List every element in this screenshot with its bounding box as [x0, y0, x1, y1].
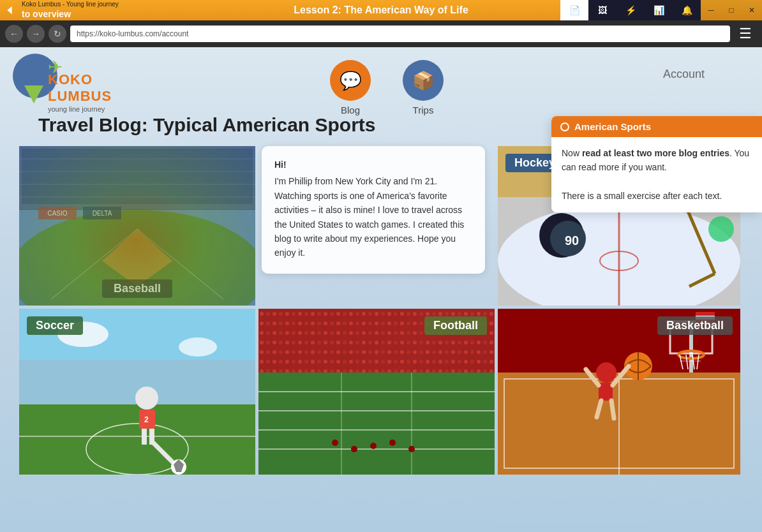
titlebar-text: Koko Lumbus - Young line journey to over… — [19, 0, 119, 20]
page-icon-btn[interactable]: 📄 — [560, 0, 588, 20]
blog-icon: 💬 — [330, 60, 371, 101]
account-text: Account — [663, 68, 705, 80]
svg-line-75 — [611, 401, 614, 418]
titlebar-line1: Koko Lumbus - Young line journey — [22, 0, 119, 8]
account-area[interactable]: Account — [663, 66, 705, 81]
logo: ✈ KOKO LUMBUS young line journey — [13, 54, 102, 105]
svg-text:90: 90 — [565, 233, 579, 248]
site-nav: 💬 Blog 📦 Trips — [330, 60, 444, 115]
intro-card: Hi! I'm Phillip from New York City and I… — [262, 146, 485, 274]
intro-text: I'm Phillip from New York City and I'm 2… — [274, 174, 472, 260]
svg-rect-14 — [83, 207, 121, 219]
svg-point-45 — [179, 337, 217, 357]
soccer-label: Soccer — [27, 316, 83, 335]
refresh-button[interactable]: ↻ — [49, 25, 66, 43]
sidebar-popup-title: American Sports — [574, 121, 651, 132]
close-button[interactable]: ✕ — [742, 0, 762, 20]
brand-subtitle: young line journey — [48, 105, 112, 113]
svg-rect-53 — [142, 429, 147, 445]
lesson-title: Lesson 2: The American Way of Life — [294, 4, 468, 16]
svg-point-29 — [370, 443, 377, 449]
logo-triangle — [24, 85, 43, 103]
site-header: ✈ KOKO LUMBUS young line journey — [13, 54, 102, 105]
svg-point-30 — [389, 440, 396, 446]
svg-line-6 — [137, 229, 223, 299]
blog-title: Travel Blog: Typical American Sports — [38, 114, 376, 136]
main-content: ✈ KOKO LUMBUS young line journey 💬 Blog … — [0, 47, 762, 532]
lightning-icon-btn[interactable]: ⚡ — [616, 0, 645, 20]
basketball-card[interactable]: Basketball — [498, 309, 740, 475]
alert-icon-btn[interactable]: 🔔 — [673, 0, 701, 20]
titlebar: Koko Lumbus - Young line journey to over… — [0, 0, 762, 20]
svg-rect-12 — [38, 207, 77, 219]
address-bar[interactable]: https://koko-lumbus.com/account — [70, 26, 730, 42]
svg-point-28 — [351, 446, 357, 452]
svg-text:2: 2 — [144, 415, 149, 424]
toolbar-icons: 📄 🖼 ⚡ 📊 🔔 — [560, 0, 701, 20]
svg-point-50 — [135, 387, 158, 410]
football-card[interactable]: Football — [258, 309, 495, 475]
svg-line-5 — [51, 229, 137, 299]
sidebar-popup-text1: Now read at least two more blog entries.… — [562, 146, 752, 175]
forward-button[interactable]: → — [27, 25, 45, 43]
sidebar-popup-text2: There is a small exercise after each tex… — [562, 189, 752, 203]
chart-icon-btn[interactable]: 📊 — [645, 0, 673, 20]
svg-text:DELTA: DELTA — [93, 210, 112, 217]
svg-rect-1 — [19, 146, 255, 306]
svg-rect-79 — [696, 312, 715, 316]
baseball-label: Baseball — [102, 279, 172, 298]
intro-greeting: Hi! — [274, 158, 472, 172]
svg-point-72 — [596, 362, 616, 383]
window-controls: ─ □ ✕ — [701, 0, 762, 20]
basketball-label: Basketball — [657, 316, 733, 335]
restore-button[interactable]: □ — [721, 0, 742, 20]
svg-point-42 — [708, 216, 734, 242]
football-label: Football — [424, 316, 487, 335]
svg-rect-47 — [19, 404, 255, 475]
brand-text: KOKO LUMBUS young line journey — [48, 71, 112, 113]
svg-rect-7 — [19, 146, 255, 207]
orange-dot — [560, 122, 569, 131]
blog-nav-item[interactable]: 💬 Blog — [330, 60, 371, 115]
svg-marker-0 — [7, 6, 11, 15]
svg-point-31 — [408, 446, 415, 452]
baseball-card[interactable]: CASIO DELTA Baseball — [19, 146, 255, 306]
lesson-name: The American Way of Life — [344, 4, 468, 15]
sidebar-popup: American Sports Now read at least two mo… — [551, 116, 762, 212]
navbar: ← → ↻ https://koko-lumbus.com/account ☰ — [0, 20, 762, 47]
svg-rect-2 — [19, 146, 255, 210]
hamburger-menu-icon[interactable]: ☰ — [734, 22, 757, 45]
svg-point-27 — [332, 440, 338, 446]
address-text: https://koko-lumbus.com/account — [77, 29, 188, 38]
titlebar-line2: to overview — [22, 8, 119, 20]
trips-label: Trips — [413, 105, 434, 115]
brand-name: KOKO LUMBUS — [48, 71, 112, 105]
trips-icon: 📦 — [403, 60, 444, 101]
sidebar-popup-body: Now read at least two more blog entries.… — [551, 137, 762, 212]
svg-point-3 — [19, 210, 255, 306]
trips-nav-item[interactable]: 📦 Trips — [403, 60, 444, 115]
soccer-card[interactable]: 2 Soccer — [19, 309, 255, 475]
minimize-button[interactable]: ─ — [701, 0, 721, 20]
svg-marker-4 — [102, 229, 172, 286]
svg-rect-20 — [258, 373, 495, 475]
lesson-prefix: Lesson 2: — [294, 4, 341, 15]
back-button[interactable]: ← — [5, 25, 23, 43]
sidebar-popup-header: American Sports — [551, 116, 762, 137]
image-icon-btn[interactable]: 🖼 — [588, 0, 616, 20]
back-to-overview-button[interactable] — [0, 0, 19, 20]
svg-text:CASIO: CASIO — [47, 210, 67, 217]
